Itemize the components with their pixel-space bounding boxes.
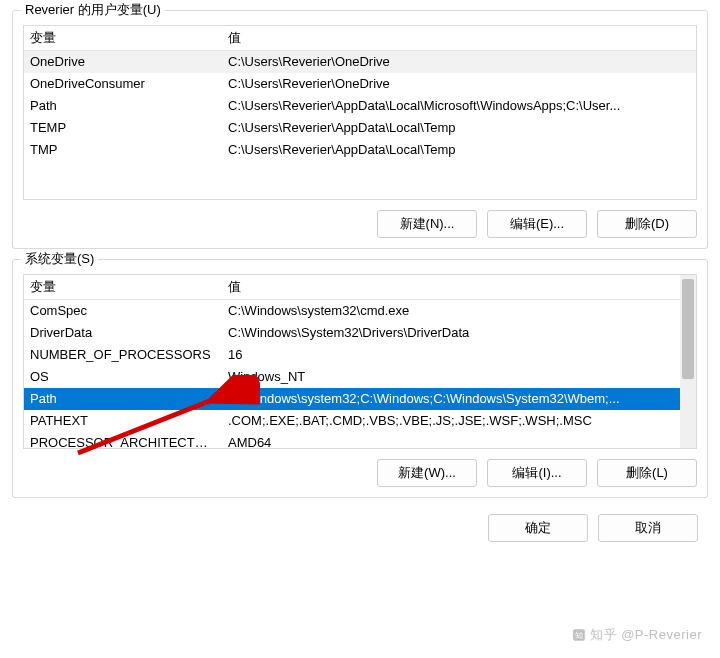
system-buttons-row: 新建(W)... 编辑(I)... 删除(L) <box>23 459 697 487</box>
user-new-button[interactable]: 新建(N)... <box>377 210 477 238</box>
user-vars-table-wrap[interactable]: 变量 值 OneDrive C:\Users\Reverier\OneDrive… <box>23 25 697 200</box>
dialog-buttons: 确定 取消 <box>0 506 720 554</box>
system-scrollbar[interactable] <box>680 275 696 448</box>
user-vars-title: Reverier 的用户变量(U) <box>21 1 165 19</box>
user-buttons-row: 新建(N)... 编辑(E)... 删除(D) <box>23 210 697 238</box>
sys-col-val[interactable]: 值 <box>222 275 696 300</box>
system-new-button[interactable]: 新建(W)... <box>377 459 477 487</box>
user-delete-button[interactable]: 删除(D) <box>597 210 697 238</box>
system-vars-table: 变量 值 ComSpec C:\Windows\system32\cmd.exe… <box>24 275 696 449</box>
sys-col-var[interactable]: 变量 <box>24 275 222 300</box>
system-edit-button[interactable]: 编辑(I)... <box>487 459 587 487</box>
table-row[interactable]: TEMP C:\Users\Reverier\AppData\Local\Tem… <box>24 117 696 139</box>
table-row[interactable]: DriverData C:\Windows\System32\Drivers\D… <box>24 322 696 344</box>
watermark: 知 知乎 @P-Reverier <box>572 626 702 644</box>
user-vars-group: Reverier 的用户变量(U) 变量 值 OneDrive C:\Users… <box>12 10 708 249</box>
system-delete-button[interactable]: 删除(L) <box>597 459 697 487</box>
table-row[interactable]: OneDrive C:\Users\Reverier\OneDrive <box>24 51 696 74</box>
table-row[interactable]: TMP C:\Users\Reverier\AppData\Local\Temp <box>24 139 696 161</box>
user-vars-table: 变量 值 OneDrive C:\Users\Reverier\OneDrive… <box>24 26 696 161</box>
table-row[interactable]: ComSpec C:\Windows\system32\cmd.exe <box>24 300 696 323</box>
table-row[interactable]: PROCESSOR_ARCHITECTURE AMD64 <box>24 432 696 449</box>
table-row[interactable]: PATHEXT .COM;.EXE;.BAT;.CMD;.VBS;.VBE;.J… <box>24 410 696 432</box>
table-row[interactable]: OneDriveConsumer C:\Users\Reverier\OneDr… <box>24 73 696 95</box>
svg-text:知: 知 <box>575 631 583 640</box>
user-col-val[interactable]: 值 <box>222 26 696 51</box>
ok-button[interactable]: 确定 <box>488 514 588 542</box>
user-edit-button[interactable]: 编辑(E)... <box>487 210 587 238</box>
table-row[interactable]: Path C:\Windows\system32;C:\Windows;C:\W… <box>24 388 696 410</box>
table-row[interactable]: Path C:\Users\Reverier\AppData\Local\Mic… <box>24 95 696 117</box>
system-vars-table-wrap[interactable]: 变量 值 ComSpec C:\Windows\system32\cmd.exe… <box>23 274 697 449</box>
cancel-button[interactable]: 取消 <box>598 514 698 542</box>
system-vars-title: 系统变量(S) <box>21 250 98 268</box>
table-row[interactable]: NUMBER_OF_PROCESSORS 16 <box>24 344 696 366</box>
system-vars-group: 系统变量(S) 变量 值 ComSpec C:\Windows\system32… <box>12 259 708 498</box>
zhihu-icon: 知 <box>572 628 586 642</box>
table-row[interactable]: OS Windows_NT <box>24 366 696 388</box>
system-scrollbar-thumb[interactable] <box>682 279 694 379</box>
user-col-var[interactable]: 变量 <box>24 26 222 51</box>
svg-rect-1 <box>573 629 585 641</box>
